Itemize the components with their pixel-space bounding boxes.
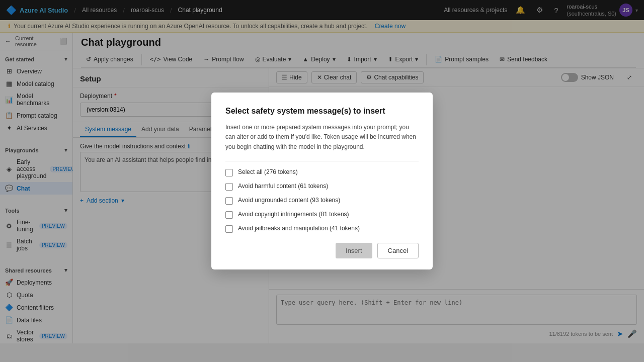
avoid-ungrounded-label: Avoid ungrounded content (93 tokens) xyxy=(238,197,340,204)
modal-footer: Insert Cancel xyxy=(225,243,419,258)
select-all-checkbox[interactable] xyxy=(225,169,233,176)
modal-option-avoid-copyright: Avoid copyright infringements (81 tokens… xyxy=(225,211,419,219)
avoid-ungrounded-checkbox[interactable] xyxy=(225,197,233,205)
select-all-label: Select all (276 tokens) xyxy=(238,168,298,175)
avoid-copyright-checkbox[interactable] xyxy=(225,211,233,219)
avoid-harmful-label: Avoid harmful content (61 tokens) xyxy=(238,183,328,190)
modal-option-avoid-ungrounded: Avoid ungrounded content (93 tokens) xyxy=(225,197,419,205)
modal-option-select-all: Select all (276 tokens) xyxy=(225,168,419,176)
avoid-jailbreaks-checkbox[interactable] xyxy=(225,225,233,233)
cancel-btn[interactable]: Cancel xyxy=(377,243,419,258)
modal-option-avoid-harmful: Avoid harmful content (61 tokens) xyxy=(225,183,419,191)
insert-btn[interactable]: Insert xyxy=(336,243,372,258)
avoid-harmful-checkbox[interactable] xyxy=(225,183,233,191)
modal-description: Insert one or more prepared system messa… xyxy=(225,123,419,152)
avoid-jailbreaks-label: Avoid jailbreaks and manipulation (41 to… xyxy=(238,225,360,232)
modal-title: Select safety system message(s) to inser… xyxy=(225,107,419,116)
safety-modal: Select safety system message(s) to inser… xyxy=(211,93,433,269)
modal-divider xyxy=(225,161,419,161)
modal-option-avoid-jailbreaks: Avoid jailbreaks and manipulation (41 to… xyxy=(225,225,419,233)
modal-overlay[interactable]: Select safety system message(s) to inser… xyxy=(0,0,644,362)
avoid-copyright-label: Avoid copyright infringements (81 tokens… xyxy=(238,211,349,218)
